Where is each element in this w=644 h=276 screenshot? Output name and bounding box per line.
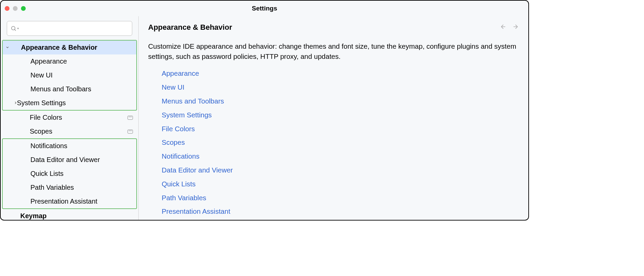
nav-arrows bbox=[500, 23, 519, 32]
page-title: Appearance & Behavior bbox=[148, 23, 232, 32]
sidebar-item-label: Keymap bbox=[12, 212, 133, 220]
sidebar-item-path-variables[interactable]: · Path Variables bbox=[3, 181, 136, 194]
page-description: Customize IDE appearance and behavior: c… bbox=[148, 41, 517, 61]
nav-forward-button[interactable] bbox=[512, 23, 519, 32]
main-header: Appearance & Behavior bbox=[148, 23, 519, 32]
close-window-button[interactable] bbox=[5, 6, 9, 11]
search-input[interactable]: ▾ bbox=[7, 21, 132, 36]
nav-back-button[interactable] bbox=[500, 23, 507, 32]
sidebar-item-label: New UI bbox=[12, 71, 132, 79]
sidebar-item-system-settings[interactable]: System Settings bbox=[3, 96, 136, 110]
sidebar-item-quick-lists[interactable]: · Quick Lists bbox=[3, 167, 136, 181]
highlight-group-2: · Notifications · Data Editor and Viewer… bbox=[2, 138, 137, 209]
sidebar-item-presentation-assistant[interactable]: · Presentation Assistant bbox=[3, 194, 136, 208]
sidebar-item-appearance-behavior[interactable]: Appearance & Behavior bbox=[3, 41, 136, 54]
sidebar-item-label: Appearance & Behavior bbox=[12, 44, 132, 51]
chevron-down-icon bbox=[3, 45, 12, 50]
sidebar-item-label: Quick Lists bbox=[12, 170, 132, 178]
settings-window: Settings ▾ Appea bbox=[0, 0, 529, 221]
sidebar-item-label: System Settings bbox=[14, 99, 132, 107]
sidebar-item-appearance[interactable]: · Appearance bbox=[3, 54, 136, 68]
sidebar-item-menus-toolbars[interactable]: · Menus and Toolbars bbox=[3, 82, 136, 96]
links-list: Appearance New UI Menus and Toolbars Sys… bbox=[148, 68, 519, 217]
link-appearance[interactable]: Appearance bbox=[162, 68, 519, 79]
search-dropdown-icon: ▾ bbox=[17, 27, 19, 30]
sidebar-item-scopes[interactable]: · Scopes bbox=[2, 124, 137, 138]
link-new-ui[interactable]: New UI bbox=[162, 82, 519, 93]
sidebar-item-notifications[interactable]: · Notifications bbox=[3, 139, 136, 153]
settings-tree: Appearance & Behavior · Appearance · New… bbox=[1, 40, 138, 220]
sidebar-item-label: Scopes bbox=[12, 128, 128, 135]
project-badge-icon bbox=[128, 116, 133, 120]
content: ▾ Appearance & Behavior · Appearance bbox=[1, 16, 528, 220]
link-presentation-assistant[interactable]: Presentation Assistant bbox=[162, 206, 519, 217]
titlebar: Settings bbox=[1, 1, 528, 16]
highlight-group-1: Appearance & Behavior · Appearance · New… bbox=[2, 40, 137, 111]
minimize-window-button[interactable] bbox=[13, 6, 18, 11]
sidebar-item-data-editor-viewer[interactable]: · Data Editor and Viewer bbox=[3, 153, 136, 167]
link-quick-lists[interactable]: Quick Lists bbox=[162, 179, 519, 190]
link-path-variables[interactable]: Path Variables bbox=[162, 192, 519, 204]
maximize-window-button[interactable] bbox=[21, 6, 26, 11]
link-notifications[interactable]: Notifications bbox=[162, 151, 519, 162]
sidebar-item-label: Presentation Assistant bbox=[12, 198, 132, 205]
link-scopes[interactable]: Scopes bbox=[162, 137, 519, 148]
sidebar: ▾ Appearance & Behavior · Appearance bbox=[1, 16, 139, 220]
search-icon: ▾ bbox=[10, 25, 19, 31]
chevron-right-icon bbox=[3, 100, 14, 106]
link-menus-toolbars[interactable]: Menus and Toolbars bbox=[162, 96, 519, 107]
window-title: Settings bbox=[252, 5, 277, 12]
link-system-settings[interactable]: System Settings bbox=[162, 110, 519, 121]
main-panel: Appearance & Behavior Customize IDE appe… bbox=[139, 16, 528, 220]
sidebar-item-file-colors[interactable]: · File Colors bbox=[2, 111, 137, 124]
link-data-editor-viewer[interactable]: Data Editor and Viewer bbox=[162, 165, 519, 176]
link-file-colors[interactable]: File Colors bbox=[162, 123, 519, 135]
sidebar-item-label: Data Editor and Viewer bbox=[12, 156, 132, 164]
sidebar-item-label: Menus and Toolbars bbox=[12, 85, 132, 93]
sidebar-item-label: Path Variables bbox=[12, 184, 132, 191]
svg-point-0 bbox=[12, 26, 15, 30]
sidebar-item-new-ui[interactable]: · New UI bbox=[3, 68, 136, 82]
svg-line-1 bbox=[15, 29, 16, 30]
traffic-lights bbox=[5, 6, 26, 11]
sidebar-item-label: File Colors bbox=[12, 114, 128, 121]
sidebar-item-label: Appearance bbox=[12, 58, 132, 65]
sidebar-item-keymap[interactable]: · Keymap bbox=[2, 209, 137, 220]
sidebar-item-label: Notifications bbox=[12, 142, 132, 150]
project-badge-icon bbox=[128, 130, 133, 134]
